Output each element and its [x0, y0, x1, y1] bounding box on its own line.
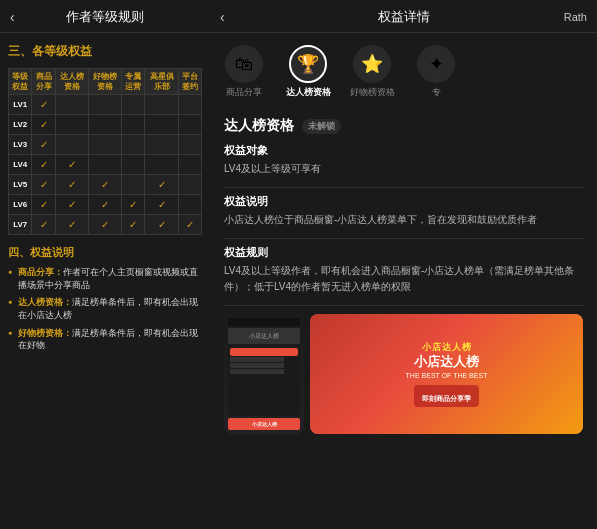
check-icon: ✓: [40, 139, 48, 150]
unlock-badge: 未解锁: [302, 119, 341, 134]
preview-area: 小店达人榜 小店达人榜 小店达人榜 小: [224, 314, 583, 434]
check-icon: ✓: [68, 219, 76, 230]
content-block: 权益规则 LV4及以上等级作者，即有机会进入商品橱窗-小店达人榜单（需满足榜单其…: [224, 245, 583, 295]
tab-product-share-icon: 🛍: [225, 45, 263, 83]
benefit-item: 好物榜资格：满足榜单条件后，即有机会出现在好物: [8, 327, 202, 352]
section4: 四、权益说明 商品分享：作者可在个人主页橱窗或视频或直播场景中分享商品达人榜资格…: [8, 245, 202, 352]
phone-screen: 小店达人榜 小店达人榜: [224, 314, 304, 434]
table-cell: ✓: [178, 215, 201, 235]
tab-goods-rank[interactable]: ⭐ 好物榜资格: [342, 41, 402, 103]
right-back-icon[interactable]: ‹: [220, 9, 225, 25]
table-cell: [122, 175, 145, 195]
table-lv-cell: LV3: [9, 135, 32, 155]
check-icon: ✓: [40, 219, 48, 230]
table-cell: [55, 115, 88, 135]
tab-more-label: 专: [432, 86, 441, 99]
table-cell: [88, 115, 121, 135]
tab-more-icon: ✦: [417, 45, 455, 83]
preview-banner: 小店达人榜 小店达人榜 THE BEST OF THE BEST 即刻商品分享季: [310, 314, 583, 434]
col-sign: 平台签约: [178, 69, 201, 95]
left-panel: ‹ 作者等级规则 三、各等级权益 等级权益 商品分享 达人榜资格 好物榜资格 专…: [0, 0, 210, 529]
benefit-item: 达人榜资格：满足榜单条件后，即有机会出现在小店达人榜: [8, 296, 202, 321]
table-cell: ✓: [32, 215, 55, 235]
left-content: 三、各等级权益 等级权益 商品分享 达人榜资格 好物榜资格 专属运营 高星俱乐部…: [0, 33, 210, 367]
table-cell: ✓: [32, 115, 55, 135]
right-content: 达人榜资格 未解锁 权益对象 LV4及以上等级可享有 权益说明 小店达人榜位于商…: [210, 107, 597, 529]
check-icon: ✓: [40, 199, 48, 210]
left-back-icon[interactable]: ‹: [10, 9, 15, 25]
col-goods: 好物榜资格: [88, 69, 121, 95]
table-cell: ✓: [55, 195, 88, 215]
col-level: 等级权益: [9, 69, 32, 95]
table-cell: ✓: [122, 215, 145, 235]
block-title: 权益规则: [224, 245, 583, 260]
table-cell: [178, 95, 201, 115]
content-block: 权益说明 小店达人榜位于商品橱窗-小店达人榜菜单下，旨在发现和鼓励优质作者: [224, 194, 583, 228]
benefit-title: 好物榜资格：: [18, 328, 72, 338]
tab-goods-rank-label: 好物榜资格: [350, 86, 395, 99]
left-header-title: 作者等级规则: [66, 8, 144, 26]
content-block: 权益对象 LV4及以上等级可享有: [224, 143, 583, 177]
tab-daren-rank[interactable]: 🏆 达人榜资格: [278, 41, 338, 103]
phone-cta: 小店达人榜: [252, 421, 277, 427]
tab-product-share-label: 商品分享: [226, 86, 262, 99]
banner-main-title: 小店达人榜: [406, 354, 488, 371]
tab-product-share[interactable]: 🛍 商品分享: [214, 41, 274, 103]
check-icon: ✓: [68, 199, 76, 210]
section3-title: 三、各等级权益: [8, 43, 202, 60]
table-lv-cell: LV5: [9, 175, 32, 195]
table-cell: ✓: [145, 175, 178, 195]
table-cell: ✓: [122, 195, 145, 215]
benefits-table: 等级权益 商品分享 达人榜资格 好物榜资格 专属运营 高星俱乐部 平台签约 LV…: [8, 68, 202, 235]
table-cell: [88, 155, 121, 175]
col-club: 高星俱乐部: [145, 69, 178, 95]
table-cell: [178, 175, 201, 195]
banner-subtitle: THE BEST OF THE BEST: [406, 372, 488, 379]
check-icon: ✓: [158, 199, 166, 210]
tabs-row: 🛍 商品分享 🏆 达人榜资格 ⭐ 好物榜资格 ✦ 专: [210, 33, 597, 107]
block-text: LV4及以上等级作者，即有机会进入商品橱窗-小店达人榜单（需满足榜单其他条件）；…: [224, 263, 583, 295]
table-lv-cell: LV2: [9, 115, 32, 135]
table-cell: [178, 115, 201, 135]
col-daren: 达人榜资格: [55, 69, 88, 95]
block-title: 权益对象: [224, 143, 583, 158]
user-name: Rath: [564, 11, 587, 23]
table-cell: ✓: [55, 215, 88, 235]
table-cell: [88, 95, 121, 115]
tab-daren-rank-label: 达人榜资格: [286, 86, 331, 99]
table-cell: ✓: [32, 95, 55, 115]
section4-title: 四、权益说明: [8, 245, 202, 260]
table-cell: ✓: [55, 155, 88, 175]
table-cell: [122, 135, 145, 155]
content-main-title: 达人榜资格 未解锁: [224, 117, 583, 135]
tab-more[interactable]: ✦ 专: [406, 41, 466, 103]
check-icon: ✓: [40, 179, 48, 190]
table-cell: ✓: [32, 195, 55, 215]
table-lv-cell: LV6: [9, 195, 32, 215]
check-icon: ✓: [40, 119, 48, 130]
table-cell: ✓: [88, 215, 121, 235]
phone-bar: [228, 318, 300, 326]
table-cell: [145, 95, 178, 115]
table-cell: [178, 155, 201, 175]
right-header-title: 权益详情: [378, 8, 430, 26]
check-icon: ✓: [129, 219, 137, 230]
table-cell: [55, 95, 88, 115]
col-product: 商品分享: [32, 69, 55, 95]
check-icon: ✓: [40, 99, 48, 110]
table-cell: [122, 95, 145, 115]
benefit-title: 商品分享：: [18, 267, 63, 277]
check-icon: ✓: [158, 219, 166, 230]
block-text: LV4及以上等级可享有: [224, 161, 583, 177]
table-cell: [178, 135, 201, 155]
divider: [224, 187, 583, 188]
divider: [224, 238, 583, 239]
table-cell: [145, 115, 178, 135]
table-cell: [55, 135, 88, 155]
table-cell: ✓: [32, 175, 55, 195]
tab-goods-rank-icon: ⭐: [353, 45, 391, 83]
block-title: 权益说明: [224, 194, 583, 209]
table-cell: ✓: [55, 175, 88, 195]
banner-top-text: 小店达人榜: [406, 341, 488, 354]
table-cell: ✓: [88, 175, 121, 195]
